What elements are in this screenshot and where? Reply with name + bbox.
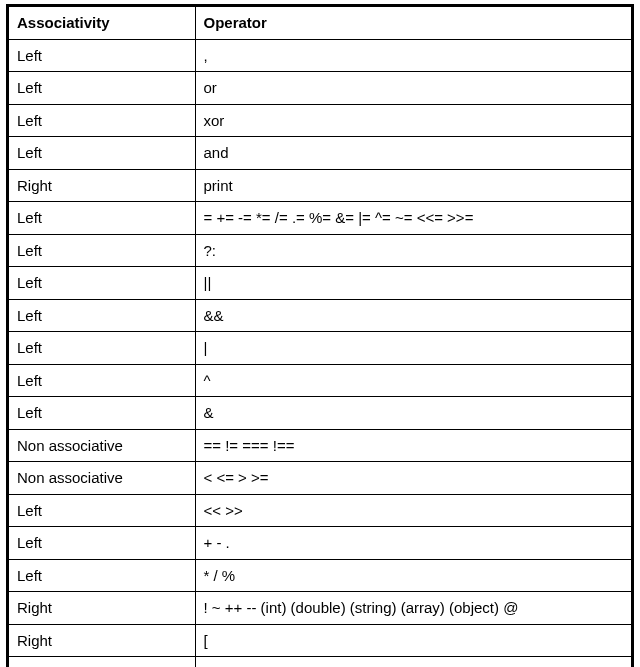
table-row: Rightprint (8, 169, 633, 202)
table-row: Left<< >> (8, 494, 633, 527)
table-row: Leftand (8, 137, 633, 170)
cell-operator: , (195, 39, 633, 72)
cell-operator: new (195, 657, 633, 668)
table-row: Right! ~ ++ -- (int) (double) (string) (… (8, 592, 633, 625)
cell-operator: ^ (195, 364, 633, 397)
table-row: Left& (8, 397, 633, 430)
cell-associativity: Left (8, 104, 196, 137)
cell-associativity: Left (8, 494, 196, 527)
cell-associativity: Left (8, 559, 196, 592)
cell-operator: < <= > >= (195, 462, 633, 495)
cell-associativity: Left (8, 332, 196, 365)
cell-associativity: Left (8, 397, 196, 430)
cell-associativity: Non associative (8, 657, 196, 668)
cell-associativity: Left (8, 527, 196, 560)
cell-associativity: Right (8, 592, 196, 625)
header-associativity: Associativity (8, 6, 196, 40)
header-operator: Operator (195, 6, 633, 40)
table-row: Left&& (8, 299, 633, 332)
cell-operator: [ (195, 624, 633, 657)
cell-associativity: Left (8, 137, 196, 170)
cell-operator: | (195, 332, 633, 365)
cell-operator: * / % (195, 559, 633, 592)
table-header-row: Associativity Operator (8, 6, 633, 40)
cell-associativity: Right (8, 624, 196, 657)
cell-associativity: Left (8, 202, 196, 235)
cell-associativity: Right (8, 169, 196, 202)
cell-associativity: Left (8, 364, 196, 397)
table-row: Left| (8, 332, 633, 365)
cell-operator: and (195, 137, 633, 170)
cell-operator: == != === !== (195, 429, 633, 462)
table-row: Left^ (8, 364, 633, 397)
table-row: Leftxor (8, 104, 633, 137)
operator-precedence-table: Associativity Operator Left, Leftor Left… (6, 4, 634, 667)
cell-associativity: Left (8, 299, 196, 332)
table-row: Left, (8, 39, 633, 72)
cell-associativity: Left (8, 267, 196, 300)
table-row: Non associative< <= > >= (8, 462, 633, 495)
cell-operator: + - . (195, 527, 633, 560)
table-row: Right[ (8, 624, 633, 657)
cell-operator: || (195, 267, 633, 300)
cell-operator: ! ~ ++ -- (int) (double) (string) (array… (195, 592, 633, 625)
cell-operator: xor (195, 104, 633, 137)
table-row: Non associative== != === !== (8, 429, 633, 462)
cell-operator: && (195, 299, 633, 332)
table-row: Left* / % (8, 559, 633, 592)
cell-operator: & (195, 397, 633, 430)
table-row: Left|| (8, 267, 633, 300)
cell-operator: = += -= *= /= .= %= &= |= ^= ~= <<= >>= (195, 202, 633, 235)
cell-associativity: Left (8, 72, 196, 105)
table-row: Left+ - . (8, 527, 633, 560)
cell-operator: << >> (195, 494, 633, 527)
table-row: Leftor (8, 72, 633, 105)
cell-associativity: Left (8, 234, 196, 267)
cell-operator: or (195, 72, 633, 105)
cell-associativity: Non associative (8, 429, 196, 462)
table-row: Left?: (8, 234, 633, 267)
cell-associativity: Non associative (8, 462, 196, 495)
cell-operator: ?: (195, 234, 633, 267)
cell-operator: print (195, 169, 633, 202)
table-row: Left= += -= *= /= .= %= &= |= ^= ~= <<= … (8, 202, 633, 235)
cell-associativity: Left (8, 39, 196, 72)
table-row: Non associativenew (8, 657, 633, 668)
